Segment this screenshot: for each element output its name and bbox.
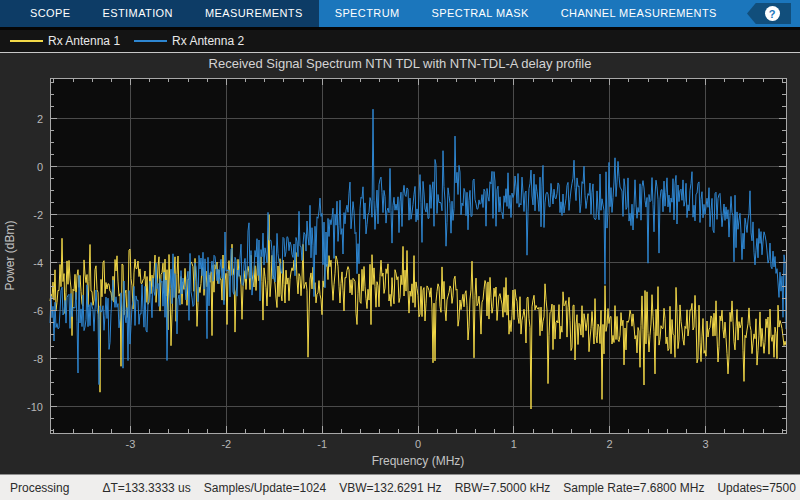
status-vbw: VBW=132.6291 Hz xyxy=(339,481,441,495)
legend: Rx Antenna 1 Rx Antenna 2 xyxy=(0,30,800,52)
tab-spectral-mask[interactable]: SPECTRAL MASK xyxy=(416,0,545,27)
svg-text:-3: -3 xyxy=(126,438,136,450)
status-bar: Processing ΔT=133.3333 us Samples/Update… xyxy=(0,474,800,500)
svg-text:-2: -2 xyxy=(221,438,231,450)
spectrum-plot[interactable]: -3-2-1012320-2-4-6-8-10Frequency (MHz)Po… xyxy=(0,53,800,474)
status-rbw: RBW=7.5000 kHz xyxy=(455,481,551,495)
status-state: Processing xyxy=(10,481,69,495)
legend-line-icon xyxy=(10,40,43,42)
svg-text:-2: -2 xyxy=(33,209,43,221)
svg-text:-8: -8 xyxy=(33,353,43,365)
help-button[interactable]: ? xyxy=(747,3,791,24)
tab-estimation[interactable]: ESTIMATION xyxy=(87,0,189,27)
svg-text:-10: -10 xyxy=(27,401,43,413)
legend-item-rx-antenna-1[interactable]: Rx Antenna 1 xyxy=(10,34,120,48)
legend-label: Rx Antenna 2 xyxy=(172,34,244,48)
x-axis-label: Frequency (MHz) xyxy=(372,454,465,468)
svg-text:0: 0 xyxy=(37,161,43,173)
status-updates: Updates=7500 xyxy=(717,481,795,495)
help-icon: ? xyxy=(765,6,780,21)
tab-channel-measurements[interactable]: CHANNEL MEASUREMENTS xyxy=(545,0,733,27)
spectrum-analyzer-window: SCOPE ESTIMATION MEASUREMENTS SPECTRUM S… xyxy=(0,0,800,500)
svg-text:2: 2 xyxy=(37,113,43,125)
svg-text:3: 3 xyxy=(702,438,708,450)
toolbar: SCOPE ESTIMATION MEASUREMENTS SPECTRUM S… xyxy=(0,0,800,27)
svg-text:-4: -4 xyxy=(33,257,43,269)
legend-label: Rx Antenna 1 xyxy=(48,34,120,48)
status-sample-rate: Sample Rate=7.6800 MHz xyxy=(563,481,704,495)
svg-text:1: 1 xyxy=(511,438,517,450)
svg-text:2: 2 xyxy=(607,438,613,450)
tab-spectrum[interactable]: SPECTRUM xyxy=(319,0,416,27)
y-axis-label: Power (dBm) xyxy=(3,220,17,290)
tabbar-standard: SCOPE ESTIMATION MEASUREMENTS xyxy=(0,0,319,27)
status-delta-t: ΔT=133.3333 us xyxy=(102,481,190,495)
legend-line-icon xyxy=(134,40,167,42)
legend-item-rx-antenna-2[interactable]: Rx Antenna 2 xyxy=(134,34,244,48)
status-samples-per-update: Samples/Update=1024 xyxy=(204,481,326,495)
svg-text:0: 0 xyxy=(415,438,421,450)
tab-scope[interactable]: SCOPE xyxy=(14,0,87,27)
svg-text:-6: -6 xyxy=(33,305,43,317)
scope-body: Received Signal Spectrum NTN TDL with NT… xyxy=(0,53,800,474)
tabbar-highlight-group: SPECTRUM SPECTRAL MASK CHANNEL MEASUREME… xyxy=(319,0,800,27)
svg-text:-1: -1 xyxy=(317,438,327,450)
tab-measurements[interactable]: MEASUREMENTS xyxy=(189,0,319,27)
